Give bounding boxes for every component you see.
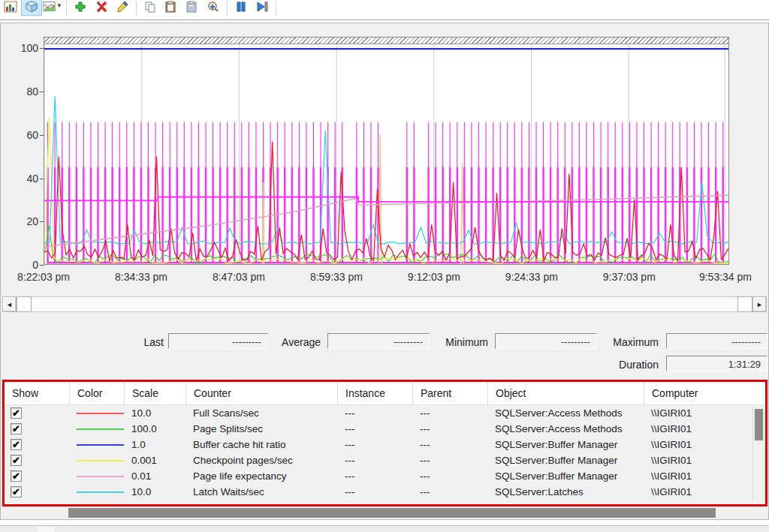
instance-cell: --- bbox=[337, 407, 412, 419]
zoom-icon bbox=[207, 1, 220, 13]
time-scroll-track[interactable] bbox=[32, 296, 737, 312]
show-checkbox[interactable]: ✔ bbox=[11, 423, 22, 434]
scale-cell: 0.001 bbox=[124, 455, 185, 466]
parent-cell: --- bbox=[412, 423, 487, 434]
zoom-button[interactable] bbox=[203, 0, 224, 16]
change-graph-type-button[interactable]: ▼ bbox=[42, 0, 63, 16]
computer-cell: \\IGIRI01 bbox=[644, 407, 737, 419]
chart-plot-area bbox=[44, 37, 729, 265]
toolbar-separator bbox=[227, 1, 228, 16]
show-checkbox[interactable]: ✔ bbox=[11, 470, 22, 482]
color-swatch bbox=[77, 460, 124, 461]
view-current-activity-button[interactable] bbox=[0, 0, 21, 16]
scale-cell: 100.0 bbox=[124, 423, 185, 434]
time-scroll-right-arrow[interactable]: ► bbox=[752, 296, 767, 312]
counter-cell: Buffer cache hit ratio bbox=[185, 439, 337, 450]
show-checkbox[interactable]: ✔ bbox=[11, 455, 22, 466]
column-header-counter[interactable]: Counter bbox=[185, 382, 337, 404]
scale-cell: 10.0 bbox=[124, 486, 185, 497]
instance-cell: --- bbox=[337, 439, 412, 450]
toolbar-separator bbox=[66, 1, 67, 16]
show-checkbox[interactable]: ✔ bbox=[11, 486, 22, 497]
delete-icon bbox=[95, 1, 108, 13]
series-checkpoint-yellow bbox=[44, 118, 728, 263]
parent-cell: --- bbox=[412, 470, 487, 482]
highlight-button[interactable] bbox=[112, 0, 133, 16]
delete-counter-button[interactable] bbox=[91, 0, 112, 16]
column-header-scale[interactable]: Scale bbox=[124, 382, 185, 404]
show-checkbox[interactable]: ✔ bbox=[11, 439, 22, 450]
legend-row[interactable]: ✔0.001Checkpoint pages/sec------SQLServe… bbox=[5, 452, 765, 468]
y-axis-tick-label: 0 bbox=[5, 259, 38, 271]
column-header-instance[interactable]: Instance bbox=[337, 382, 412, 404]
duration-label: Duration bbox=[584, 359, 659, 371]
add-counter-button[interactable] bbox=[70, 0, 91, 16]
object-cell: SQLServer:Buffer Manager bbox=[487, 439, 644, 450]
minimum-label: Minimum bbox=[413, 336, 488, 348]
properties-button[interactable] bbox=[182, 0, 203, 16]
parent-cell: --- bbox=[412, 455, 487, 466]
legend-row[interactable]: ✔10.0Full Scans/sec------SQLServer:Acces… bbox=[5, 405, 765, 421]
toolbar-separator bbox=[276, 1, 276, 16]
y-axis-tick bbox=[40, 135, 44, 136]
view-log-data-button[interactable] bbox=[21, 0, 42, 16]
parent-cell: --- bbox=[412, 439, 487, 450]
time-scroll-left-thumb[interactable] bbox=[17, 296, 32, 312]
add-icon bbox=[74, 1, 87, 13]
counter-cell: Page Splits/sec bbox=[185, 423, 337, 434]
computer-cell: \\IGIRI01 bbox=[644, 455, 737, 466]
series-magenta-spikes-lower bbox=[48, 167, 723, 263]
x-axis-time-label: 8:47:03 pm bbox=[203, 271, 275, 283]
counter-cell: Page life expectancy bbox=[185, 470, 337, 482]
copy-properties-button[interactable] bbox=[140, 0, 161, 16]
legend-header-row: ShowColorScaleCounterInstanceParentObjec… bbox=[5, 382, 765, 405]
time-scroll-left-arrow[interactable]: ◄ bbox=[2, 296, 17, 312]
computer-cell: \\IGIRI01 bbox=[644, 423, 737, 434]
show-cell: ✔ bbox=[5, 455, 69, 466]
show-cell: ✔ bbox=[5, 439, 69, 450]
update-data-button[interactable] bbox=[252, 0, 273, 16]
last-label: Last bbox=[89, 336, 164, 348]
x-axis-time-label: 8:22:03 pm bbox=[8, 271, 80, 283]
parent-cell: --- bbox=[412, 486, 487, 497]
color-swatch bbox=[77, 491, 124, 493]
y-axis-tick-label: 40 bbox=[5, 173, 38, 185]
show-checkbox[interactable]: ✔ bbox=[11, 407, 22, 419]
legend-horizontal-scrollbar[interactable] bbox=[2, 507, 766, 518]
color-swatch bbox=[77, 444, 124, 446]
legend-horizontal-scrollbar-thumb[interactable] bbox=[68, 508, 716, 518]
chart-view-icon bbox=[4, 1, 17, 13]
y-axis-tick bbox=[40, 221, 44, 222]
object-cell: SQLServer:Access Methods bbox=[487, 407, 644, 419]
legend-vertical-scrollbar[interactable] bbox=[752, 407, 764, 502]
legend-row[interactable]: ✔0.01Page life expectancy------SQLServer… bbox=[5, 468, 765, 484]
series-magenta-level bbox=[44, 197, 728, 202]
object-cell: SQLServer:Buffer Manager bbox=[487, 470, 644, 482]
color-cell bbox=[69, 413, 124, 414]
x-axis-time-label: 8:59:33 pm bbox=[300, 271, 372, 283]
toolbar-separator bbox=[136, 1, 137, 16]
legend-row[interactable]: ✔100.0Page Splits/sec------SQLServer:Acc… bbox=[5, 421, 765, 437]
legend-scrollbar-thumb[interactable] bbox=[755, 409, 763, 440]
column-header-show[interactable]: Show bbox=[5, 382, 69, 404]
time-scroll-right-thumb[interactable] bbox=[737, 296, 752, 312]
column-header-color[interactable]: Color bbox=[69, 382, 124, 404]
counter-cell: Latch Waits/sec bbox=[185, 486, 337, 497]
minimum-value: --------- bbox=[495, 333, 597, 349]
legend-row[interactable]: ✔10.0Latch Waits/sec------SQLServer:Latc… bbox=[5, 484, 765, 500]
paste-counter-list-button[interactable] bbox=[161, 0, 182, 16]
x-axis-time-label: 9:24:33 pm bbox=[496, 271, 568, 283]
y-axis-tick-label: 100 bbox=[5, 42, 38, 54]
show-cell: ✔ bbox=[5, 470, 69, 482]
y-axis-tick bbox=[40, 92, 44, 92]
column-header-object[interactable]: Object bbox=[487, 382, 644, 404]
freeze-display-button[interactable] bbox=[231, 0, 252, 16]
window-bottom-strip bbox=[0, 525, 769, 532]
color-cell bbox=[69, 491, 124, 493]
scale-cell: 0.01 bbox=[124, 470, 185, 482]
bottom-strip-segment bbox=[38, 527, 54, 532]
legend-row[interactable]: ✔1.0Buffer cache hit ratio------SQLServe… bbox=[5, 437, 765, 452]
column-header-computer[interactable]: Computer bbox=[644, 382, 737, 404]
column-header-parent[interactable]: Parent bbox=[412, 382, 487, 404]
paste-icon bbox=[164, 1, 178, 13]
